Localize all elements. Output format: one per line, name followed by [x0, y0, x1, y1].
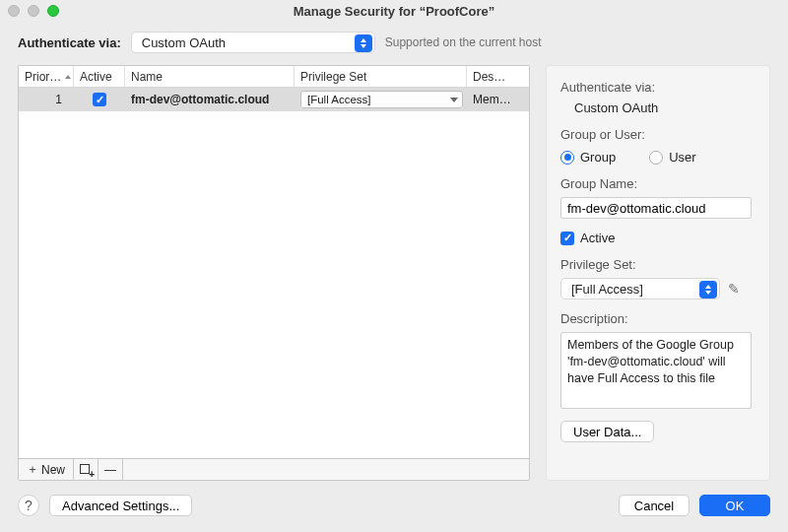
authenticate-label: Authenticate via: — [18, 35, 121, 50]
checkmark-icon: ✓ — [93, 93, 106, 106]
group-name-field[interactable] — [560, 197, 752, 219]
table-footer: ＋ New — — [19, 458, 529, 480]
main-area: Prior… Active Name Privilege Set Des… 1 … — [0, 65, 788, 481]
help-button[interactable]: ? — [18, 495, 39, 516]
radio-selected-icon — [560, 151, 574, 165]
accounts-table: Prior… Active Name Privilege Set Des… 1 … — [18, 65, 530, 481]
table-header: Prior… Active Name Privilege Set Des… — [19, 66, 529, 88]
titlebar: Manage Security for “ProofCore” — [0, 0, 788, 24]
user-radio[interactable]: User — [649, 150, 695, 165]
col-name[interactable]: Name — [125, 66, 295, 87]
window-title: Manage Security for “ProofCore” — [294, 4, 494, 19]
cell-name: fm-dev@ottomatic.cloud — [125, 93, 295, 106]
advanced-settings-button[interactable]: Advanced Settings... — [49, 495, 192, 516]
authenticate-select-value: Custom OAuth — [142, 35, 226, 50]
authenticate-row: Authenticate via: Custom OAuth Supported… — [0, 24, 788, 65]
description-field[interactable]: Members of the Google Group 'fm-dev@otto… — [560, 332, 752, 409]
account-detail: Authenticate via: Custom OAuth Group or … — [546, 65, 770, 481]
zoom-icon[interactable] — [47, 5, 59, 17]
authenticate-select[interactable]: Custom OAuth — [131, 32, 375, 53]
authenticate-hint: Supported on the current host — [385, 35, 542, 49]
active-checkbox[interactable]: ✓ Active — [560, 231, 755, 245]
edit-privilege-button[interactable]: ✎ — [728, 281, 740, 297]
description-label: Description: — [560, 311, 755, 326]
new-account-button[interactable]: ＋ New — [19, 459, 74, 480]
close-icon[interactable] — [8, 5, 20, 17]
chevron-up-down-icon — [355, 34, 372, 52]
cell-priority: 1 — [19, 93, 74, 106]
minimize-icon[interactable] — [28, 5, 39, 17]
remove-account-button[interactable]: — — [98, 459, 123, 480]
group-radio[interactable]: Group — [560, 150, 616, 165]
window-controls — [8, 5, 59, 17]
col-active[interactable]: Active — [74, 66, 125, 87]
duplicate-account-button[interactable] — [74, 459, 98, 480]
group-or-user-label: Group or User: — [560, 127, 755, 142]
checkmark-icon: ✓ — [560, 232, 574, 245]
group-name-label: Group Name: — [560, 176, 755, 191]
cell-privilege[interactable]: [Full Access] — [295, 91, 467, 108]
help-icon: ? — [25, 498, 33, 513]
cell-description: Mem… — [467, 93, 529, 106]
table-row[interactable]: 1 ✓ fm-dev@ottomatic.cloud [Full Access]… — [19, 88, 529, 111]
duplicate-icon — [80, 464, 92, 476]
cancel-button[interactable]: Cancel — [619, 495, 690, 516]
col-priority[interactable]: Prior… — [19, 66, 74, 87]
table-body: 1 ✓ fm-dev@ottomatic.cloud [Full Access]… — [19, 88, 529, 458]
user-data-button[interactable]: User Data... — [560, 421, 654, 442]
privilege-set-select[interactable]: [Full Access] — [560, 278, 720, 299]
cell-active[interactable]: ✓ — [74, 93, 125, 107]
col-description[interactable]: Des… — [467, 66, 529, 87]
col-privilege[interactable]: Privilege Set — [295, 66, 467, 87]
chevron-down-icon — [450, 98, 458, 102]
sort-ascending-icon — [65, 75, 71, 79]
pencil-icon: ✎ — [728, 281, 740, 297]
dialog-footer: ? Advanced Settings... Cancel OK — [0, 481, 788, 532]
ok-button[interactable]: OK — [699, 495, 770, 516]
authenticate-via-label: Authenticate via: — [560, 80, 755, 95]
privilege-set-label: Privilege Set: — [560, 257, 755, 272]
minus-icon: — — [104, 463, 116, 477]
radio-unselected-icon — [649, 151, 663, 165]
chevron-up-down-icon — [699, 281, 717, 299]
authenticate-via-value: Custom OAuth — [560, 100, 755, 115]
plus-icon: ＋ — [27, 461, 38, 478]
